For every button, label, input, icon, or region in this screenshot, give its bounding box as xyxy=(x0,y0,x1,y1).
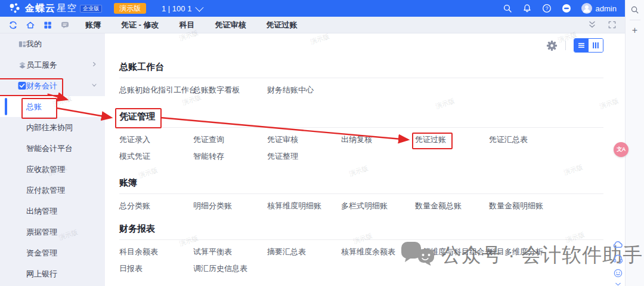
menu-item[interactable]: 凭证查询 xyxy=(193,135,267,144)
list-view-button[interactable] xyxy=(574,39,589,52)
rail-search-icon[interactable] xyxy=(630,5,639,14)
view-toggle xyxy=(574,38,603,53)
sidebar-item-intelligent-accounting[interactable]: 智能会计平台 xyxy=(0,138,105,159)
sidebar-item-ar-management-label: 应收款管理 xyxy=(0,164,65,175)
right-rail: + xyxy=(625,0,644,286)
sidebar-item-ap-management-label: 应付款管理 xyxy=(0,185,65,196)
message-icon[interactable] xyxy=(60,20,70,30)
smiley-icon[interactable] xyxy=(613,268,623,278)
divider xyxy=(630,20,640,20)
section-voucher-management: 凭证管理凭证录入凭证查询凭证审核出纳复核凭证过账凭证汇总表模式凭证智能转存凭证整… xyxy=(119,110,603,161)
user-menu[interactable]: admin xyxy=(581,3,617,14)
menu-item[interactable]: 数量金额总账 xyxy=(415,201,489,211)
notification-bell-icon[interactable] xyxy=(522,4,532,13)
tab-voucher-posting[interactable]: 凭证过账 xyxy=(267,20,298,30)
menu-item[interactable]: 智能转存 xyxy=(193,152,267,161)
menu-item[interactable]: 多栏式明细账 xyxy=(341,201,415,211)
section-divider xyxy=(119,239,603,240)
sidebar-item-finance-accounting-label: 财务会计 xyxy=(0,81,57,91)
menu-item[interactable]: 明细分类账 xyxy=(193,201,267,211)
sidebar-item-bill-management[interactable]: 票据管理 xyxy=(0,222,105,242)
menu-item[interactable]: 凭证审核 xyxy=(267,135,341,144)
section-account-books: 账簿总分类账明细分类账核算维度明细账多栏式明细账数量金额总账数量金额明细账 xyxy=(119,177,603,211)
sidebar-item-general-ledger[interactable]: 总账 xyxy=(0,96,105,117)
menu-item[interactable]: 总账数字看板 xyxy=(193,85,267,95)
sidebar-nav: 我的员工服务财务会计总账内部往来协同智能会计平台应收款管理应付款管理出纳管理票据… xyxy=(0,33,105,286)
menu-item[interactable]: 凭证录入 xyxy=(119,135,193,144)
translate-icon[interactable]: 文A xyxy=(614,142,628,157)
checkbox-icon xyxy=(18,81,27,90)
sidebar-item-ar-management[interactable]: 应收款管理 xyxy=(0,159,105,180)
section-title-account-books: 账簿 xyxy=(119,177,137,189)
org-selector-label: 1 | 100 1 xyxy=(162,4,191,13)
sidebar-item-my[interactable]: 我的 xyxy=(0,33,105,54)
tab-account-books[interactable]: 账簿 xyxy=(85,20,101,30)
sidebar-item-online-banking[interactable]: 网上银行 xyxy=(0,263,105,284)
sidebar-item-employee-services[interactable]: 员工服务 xyxy=(0,54,105,75)
sidebar-item-finance-accounting[interactable]: 财务会计 xyxy=(0,75,105,96)
refresh-icon[interactable] xyxy=(8,20,18,30)
sidebar-item-cashier-management[interactable]: 出纳管理 xyxy=(0,201,105,222)
apps-grid-icon[interactable] xyxy=(43,20,52,30)
sidebar-item-ap-management[interactable]: 应付款管理 xyxy=(0,180,105,201)
menu-item[interactable]: 凭证整理 xyxy=(267,152,341,161)
content-toolbar xyxy=(119,33,603,57)
menu-item[interactable]: 摘要汇总表 xyxy=(267,247,341,257)
sidebar-item-my-label: 我的 xyxy=(0,39,42,50)
sidebar-item-general-ledger-label: 总账 xyxy=(0,102,42,112)
tab-voucher-modify[interactable]: 凭证 - 修改 xyxy=(121,20,159,30)
section-divider xyxy=(119,193,603,194)
layers-icon xyxy=(18,60,27,69)
cloud-icon[interactable] xyxy=(612,239,624,249)
menu-item[interactable]: 调汇历史信息表 xyxy=(193,264,267,273)
menu-item[interactable]: 核算维度明细账 xyxy=(267,201,341,211)
tab-toolbar: 账簿凭证 - 修改科目凭证审核凭证过账 xyxy=(0,17,625,33)
menu-item[interactable]: 科目多维度分析 xyxy=(489,247,563,257)
avatar xyxy=(581,3,592,14)
tab-subjects[interactable]: 科目 xyxy=(179,20,195,30)
svg-text:?: ? xyxy=(545,5,548,11)
menu-item[interactable]: 核算维度余额表 xyxy=(341,247,415,257)
menu-item[interactable]: 出纳复核 xyxy=(341,135,415,144)
menu-item[interactable]: 数量金额明细账 xyxy=(489,201,563,211)
sidebar-item-online-banking-label: 网上银行 xyxy=(0,269,57,279)
section-gl-workbench: 总账工作台总账初始化指引工作台总账数字看板财务结账中心 xyxy=(119,61,603,95)
menu-item[interactable]: 试算平衡表 xyxy=(193,247,267,257)
section-divider xyxy=(119,127,603,128)
menu-item[interactable]: 凭证过账 xyxy=(415,135,489,144)
menu-item[interactable]: 总分类账 xyxy=(119,201,193,211)
org-selector[interactable]: 1 | 100 1 xyxy=(162,4,202,13)
add-icon[interactable]: + xyxy=(632,26,637,35)
chevron-down-icon xyxy=(196,4,204,12)
sidebar-item-bill-management-label: 票据管理 xyxy=(0,227,57,238)
menu-item[interactable]: 凭证汇总表 xyxy=(489,135,563,144)
section-financial-reports: 财务报表科目余额表试算平衡表摘要汇总表核算维度余额表核算维度与科目组合表科目多维… xyxy=(119,223,603,273)
column-view-button[interactable] xyxy=(589,39,603,52)
search-icon[interactable] xyxy=(503,4,512,13)
menu-item[interactable]: 日报表 xyxy=(119,264,193,273)
sidebar-item-fund-management[interactable]: 资金管理 xyxy=(0,242,105,263)
tab-voucher-audit[interactable]: 凭证审核 xyxy=(215,20,246,30)
section-title-gl-workbench: 总账工作台 xyxy=(119,61,164,73)
collapse-tabs-icon[interactable] xyxy=(587,20,597,29)
menu-item[interactable]: 科目余额表 xyxy=(119,247,193,257)
menu-item[interactable]: 财务结账中心 xyxy=(267,85,341,95)
top-header: 金蝶云 星空 企业版 演示版 1 | 100 1 ? xyxy=(0,0,625,17)
briefcase-icon xyxy=(18,39,27,48)
help-icon[interactable]: ? xyxy=(542,4,552,13)
menu-item[interactable]: 核算维度与科目组合表 xyxy=(415,247,489,257)
brand-name: 金蝶云 xyxy=(25,2,55,15)
fullscreen-icon[interactable] xyxy=(608,20,617,29)
username: admin xyxy=(596,4,617,13)
headset-icon[interactable] xyxy=(612,253,624,264)
sidebar-item-internal-transactions[interactable]: 内部往来协同 xyxy=(0,117,105,138)
demo-version-badge: 演示版 xyxy=(114,3,146,14)
home-icon[interactable] xyxy=(26,20,35,30)
status-dnd-icon[interactable] xyxy=(562,4,571,13)
menu-item[interactable]: 模式凭证 xyxy=(119,152,193,161)
gear-icon[interactable] xyxy=(546,40,558,51)
open-tabs: 账簿凭证 - 修改科目凭证审核凭证过账 xyxy=(85,20,298,30)
menu-item[interactable]: 总账初始化指引工作台 xyxy=(119,85,193,95)
double-chevron-down-icon[interactable] xyxy=(614,282,623,286)
sidebar-item-intelligent-accounting-label: 智能会计平台 xyxy=(0,143,73,154)
